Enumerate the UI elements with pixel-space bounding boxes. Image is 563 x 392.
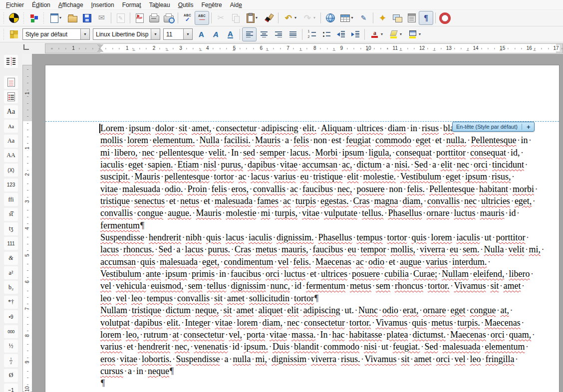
styles-window-button[interactable] — [6, 27, 21, 41]
chevron-down-icon[interactable]: ▾ — [381, 32, 383, 36]
text-line: eros·vitae·lobortis.·Suspendisse·a·nulla… — [100, 353, 559, 365]
chevron-down-icon[interactable]: ▼ — [151, 29, 160, 39]
parenthesized-button[interactable]: (X) — [4, 164, 18, 177]
fraction-button[interactable]: ½ — [4, 340, 18, 353]
increase-indent-button[interactable] — [348, 27, 362, 41]
ampersand-button[interactable]: & — [4, 252, 18, 265]
small-caps-button[interactable]: Aa — [4, 120, 18, 133]
menu-aide[interactable]: Aide — [226, 1, 246, 9]
slashed-zero-button[interactable]: Ø — [4, 369, 18, 382]
superscript-button[interactable]: a² — [4, 266, 18, 279]
underline-button[interactable]: A — [223, 27, 238, 41]
all-caps-button[interactable]: AA — [4, 149, 18, 162]
menu-format[interactable]: Format — [118, 1, 145, 9]
decrease-indent-button[interactable] — [333, 27, 348, 41]
page-formatting-marks-button[interactable] — [4, 76, 18, 89]
app-logo-icon[interactable] — [6, 11, 21, 25]
ligature-tz-button[interactable]: tʒ — [4, 222, 18, 235]
extension-icon[interactable] — [26, 11, 41, 25]
word: nulla — [233, 354, 251, 364]
chevron-down-icon[interactable]: ▾ — [400, 32, 402, 36]
chevron-down-icon[interactable]: ▾ — [313, 16, 315, 20]
ruler-number: 11 — [392, 45, 399, 51]
draw-functions-button[interactable]: ✎ — [356, 11, 371, 25]
header-indicator-button[interactable]: En-tête (Style par défaut) + — [452, 122, 535, 132]
word: primis — [192, 269, 215, 279]
menu-edition[interactable]: Édition — [28, 1, 54, 9]
indent-marker[interactable] — [97, 44, 103, 52]
lining-figures-button[interactable]: 123 — [4, 179, 18, 192]
align-left-button[interactable] — [242, 27, 257, 41]
export-pdf-button[interactable]: PDF — [132, 11, 147, 25]
clone-formatting-button[interactable] — [262, 11, 276, 25]
chevron-down-icon[interactable]: ▾ — [294, 16, 296, 20]
menu-outils[interactable]: Outils — [174, 1, 198, 9]
hyperlink-button[interactable] — [323, 11, 337, 25]
triple-zero-button[interactable]: 000 — [4, 325, 18, 338]
subscript-button[interactable]: b₂ — [4, 281, 18, 294]
paragraph-formatting-button[interactable] — [4, 90, 18, 103]
paragraph-style-combo[interactable]: Style par défaut▼ — [22, 28, 90, 40]
character-spacing-button[interactable] — [4, 55, 18, 68]
print-preview-button[interactable] — [161, 11, 176, 25]
toolbar-drag-handle[interactable] — [2, 29, 5, 40]
toolbar-drag-handle[interactable] — [22, 12, 25, 23]
formatting-marks-button[interactable]: ¶ — [419, 11, 433, 25]
chevron-down-icon[interactable]: ▾ — [256, 16, 258, 20]
footnote-symbols-button[interactable]: *† — [4, 296, 18, 309]
word: diam, — [262, 318, 282, 328]
open-button[interactable] — [65, 11, 80, 25]
chevron-down-icon[interactable]: ▼ — [80, 29, 89, 39]
auto-spellcheck-button[interactable]: ABC — [195, 11, 209, 25]
numbered-list-button[interactable] — [304, 27, 319, 41]
save-button[interactable] — [80, 11, 94, 25]
insert-table-button[interactable]: ▾ — [337, 11, 356, 25]
minus-number-button[interactable]: −1 — [4, 384, 18, 392]
bold-button[interactable]: A — [194, 27, 209, 41]
tab-stop-type-selector[interactable] — [23, 44, 29, 50]
menu-insertion[interactable]: Insertion — [87, 1, 118, 9]
document-page[interactable]: En-tête (Style par défaut) + Lorem·ipsum… — [45, 65, 560, 392]
stacked-fraction-button[interactable]: 12 — [4, 354, 18, 367]
new-document-button[interactable]: ▾ — [46, 11, 65, 25]
chevron-down-icon[interactable]: ▾ — [419, 32, 421, 36]
document-text[interactable]: Lorem·ipsum·dolor·sit·amet,·consectetur·… — [100, 122, 559, 390]
undo-button[interactable]: ↶▾ — [281, 11, 299, 25]
proportional-figures-button[interactable]: •9 — [4, 310, 18, 323]
justify-button[interactable] — [285, 27, 300, 41]
font-size-combo[interactable]: 11▼ — [163, 28, 193, 40]
vertical-ruler[interactable]: 112345678910 — [22, 65, 32, 392]
menu-tableau[interactable]: Tableau — [145, 1, 174, 9]
ligature-ffi-button[interactable]: ffi — [4, 193, 18, 206]
ligature-st-button[interactable]: s͡t — [4, 208, 18, 221]
italic-button[interactable]: A — [209, 27, 223, 41]
horizontal-ruler[interactable]: 11234567891011121314151617┴┴┴┴┴┴┴┴┴┴┴┴┴ — [45, 43, 563, 53]
chevron-down-icon[interactable]: ▾ — [59, 16, 61, 20]
paste-button[interactable]: ▾ — [243, 11, 262, 25]
header-plus-icon[interactable]: + — [525, 123, 532, 131]
highlighting-button[interactable]: ▾ — [386, 27, 405, 41]
menu-affichage[interactable]: Affichage — [54, 1, 87, 9]
chevron-down-icon[interactable]: ▼ — [183, 29, 192, 39]
navigator-button[interactable]: ✦ — [375, 11, 390, 25]
bullet-list-button[interactable] — [319, 27, 333, 41]
titling-caps-button[interactable]: Aa — [4, 135, 18, 148]
help-button[interactable] — [438, 11, 452, 25]
data-sources-button[interactable] — [404, 11, 419, 25]
spellcheck-button[interactable]: ABC — [180, 11, 195, 25]
email-document-button[interactable]: ✉ — [94, 11, 109, 25]
toolbar-drag-handle[interactable] — [2, 12, 5, 23]
print-button[interactable] — [147, 11, 161, 25]
menu-fenetre[interactable]: Fenêtre — [197, 1, 226, 9]
oldstyle-figures-button[interactable]: 111 — [4, 237, 18, 250]
font-name-combo[interactable]: Linux Libertine Disp▼ — [93, 28, 160, 40]
background-color-button[interactable]: ▾ — [405, 27, 424, 41]
font-color-button[interactable]: a▾ — [367, 27, 386, 41]
toolbar-drag-handle[interactable] — [42, 12, 45, 23]
chevron-down-icon[interactable]: ▾ — [351, 16, 353, 20]
gallery-button[interactable] — [390, 11, 404, 25]
capitals-button[interactable]: Aa — [4, 105, 18, 118]
align-center-button[interactable] — [257, 27, 271, 41]
align-right-button[interactable] — [271, 27, 285, 41]
menu-fichier[interactable]: Fichier — [2, 1, 28, 9]
